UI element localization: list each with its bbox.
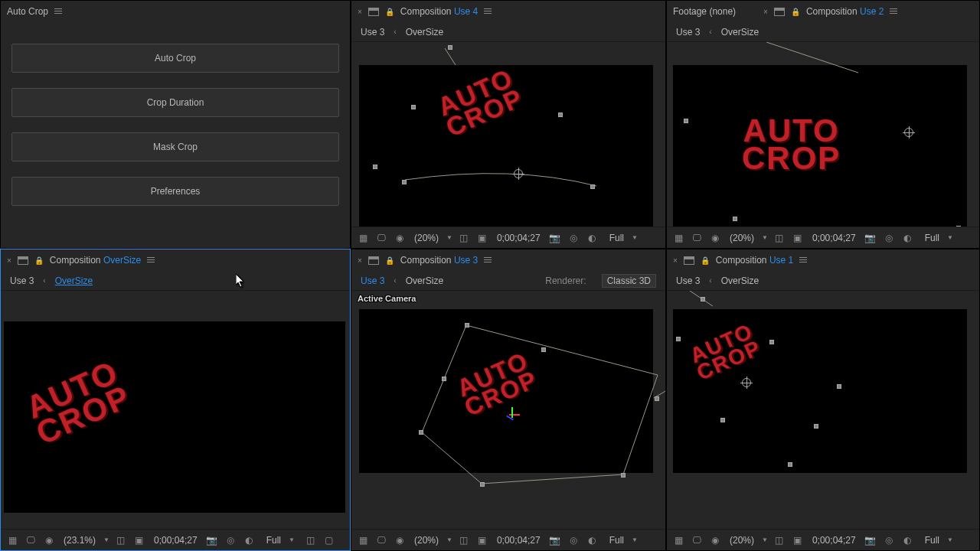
timecode[interactable]: 0;00;04;27 bbox=[809, 535, 859, 546]
crumb-use3[interactable]: Use 3 bbox=[361, 276, 384, 286]
region-icon[interactable]: ◫ bbox=[114, 533, 128, 547]
chevron-left-icon[interactable]: ‹ bbox=[394, 28, 396, 36]
chevron-down-icon[interactable]: ▼ bbox=[947, 536, 953, 543]
region-icon[interactable]: ◫ bbox=[457, 231, 471, 245]
preferences-button[interactable]: Preferences bbox=[11, 177, 339, 206]
region-icon[interactable]: ◫ bbox=[773, 231, 786, 245]
chevron-down-icon[interactable]: ▼ bbox=[103, 536, 109, 543]
close-icon[interactable]: × bbox=[358, 8, 362, 16]
viewport-use4[interactable]: AUTOCROP bbox=[351, 42, 665, 227]
channels-icon[interactable]: ◐ bbox=[900, 231, 914, 245]
zoom-value[interactable]: (20%) bbox=[411, 535, 442, 546]
channels-icon[interactable]: ◐ bbox=[585, 231, 599, 245]
crumb-use3[interactable]: Use 3 bbox=[361, 27, 384, 37]
renderer-value[interactable]: Classic 3D bbox=[602, 274, 656, 288]
timecode[interactable]: 0;00;04;27 bbox=[494, 233, 544, 243]
goggles-icon[interactable]: ◉ bbox=[393, 231, 407, 245]
auto-crop-button[interactable]: Auto Crop bbox=[11, 44, 339, 73]
footage-tab[interactable]: Footage (none) bbox=[673, 6, 736, 17]
grid-icon[interactable]: ▦ bbox=[671, 231, 685, 245]
close-icon[interactable]: × bbox=[763, 8, 768, 16]
camera-icon[interactable]: 📷 bbox=[864, 533, 877, 547]
zoom-value[interactable]: (20%) bbox=[727, 535, 757, 546]
timecode[interactable]: 0;00;04;27 bbox=[151, 535, 201, 546]
viewport-use1[interactable]: AUTOCROP bbox=[667, 291, 979, 529]
hamburger-icon[interactable] bbox=[484, 257, 492, 263]
chevron-down-icon[interactable]: ▼ bbox=[762, 234, 768, 241]
layout-icon[interactable]: ◫ bbox=[304, 533, 318, 547]
chevron-down-icon[interactable]: ▼ bbox=[947, 234, 953, 241]
lock-icon[interactable]: 🔒 bbox=[791, 8, 800, 16]
layout2-icon[interactable]: ▢ bbox=[322, 533, 336, 547]
grid-icon[interactable]: ▦ bbox=[356, 231, 370, 245]
grid-icon[interactable]: ▦ bbox=[5, 533, 19, 547]
timecode[interactable]: 0;00;04;27 bbox=[809, 233, 859, 243]
resolution[interactable]: Full bbox=[606, 233, 627, 243]
camera-icon[interactable]: 📷 bbox=[548, 231, 562, 245]
hamburger-icon[interactable] bbox=[890, 8, 897, 15]
zoom-value[interactable]: (20%) bbox=[727, 233, 757, 243]
lock-icon[interactable]: 🔒 bbox=[385, 8, 394, 16]
timecode[interactable]: 0;00;04;27 bbox=[494, 535, 544, 546]
zoom-value[interactable]: (20%) bbox=[411, 233, 442, 243]
resolution[interactable]: Full bbox=[263, 535, 284, 546]
crumb-use3[interactable]: Use 3 bbox=[676, 27, 700, 37]
goggles-icon[interactable]: ◉ bbox=[708, 231, 722, 245]
resolution[interactable]: Full bbox=[922, 233, 942, 243]
transparency-icon[interactable]: ▣ bbox=[791, 231, 805, 245]
axis-gizmo[interactable] bbox=[505, 407, 520, 422]
viewport-use3[interactable]: Active Camera AUTOCROP bbox=[351, 291, 665, 529]
crumb-oversize[interactable]: OverSize bbox=[55, 276, 93, 286]
snapshot-icon[interactable]: ◎ bbox=[224, 533, 237, 547]
snapshot-icon[interactable]: ◎ bbox=[882, 533, 896, 547]
region-icon[interactable]: ◫ bbox=[457, 533, 471, 547]
channels-icon[interactable]: ◐ bbox=[585, 533, 599, 547]
transparency-icon[interactable]: ▣ bbox=[132, 533, 146, 547]
close-icon[interactable]: × bbox=[7, 256, 11, 265]
transparency-icon[interactable]: ▣ bbox=[791, 533, 805, 547]
chevron-left-icon[interactable]: ‹ bbox=[709, 276, 711, 285]
monitor-icon[interactable]: 🖵 bbox=[374, 231, 388, 245]
crop-duration-button[interactable]: Crop Duration bbox=[11, 88, 339, 117]
transparency-icon[interactable]: ▣ bbox=[475, 231, 489, 245]
chevron-down-icon[interactable]: ▼ bbox=[762, 536, 768, 543]
camera-icon[interactable]: 📷 bbox=[864, 231, 877, 245]
chevron-down-icon[interactable]: ▼ bbox=[446, 234, 452, 241]
hamburger-icon[interactable] bbox=[54, 8, 62, 15]
lock-icon[interactable]: 🔒 bbox=[385, 256, 394, 265]
chevron-down-icon[interactable]: ▼ bbox=[632, 536, 638, 543]
monitor-icon[interactable]: 🖵 bbox=[690, 533, 704, 547]
goggles-icon[interactable]: ◉ bbox=[393, 533, 407, 547]
chevron-left-icon[interactable]: ‹ bbox=[709, 28, 711, 36]
grid-icon[interactable]: ▦ bbox=[356, 533, 370, 547]
hamburger-icon[interactable] bbox=[484, 8, 492, 15]
hamburger-icon[interactable] bbox=[799, 257, 807, 263]
crumb-oversize[interactable]: OverSize bbox=[721, 276, 759, 286]
monitor-icon[interactable]: 🖵 bbox=[690, 231, 704, 245]
lock-icon[interactable]: 🔒 bbox=[34, 256, 44, 265]
goggles-icon[interactable]: ◉ bbox=[42, 533, 56, 547]
lock-icon[interactable]: 🔒 bbox=[701, 256, 710, 265]
chevron-left-icon[interactable]: ‹ bbox=[394, 276, 396, 285]
crumb-oversize[interactable]: OverSize bbox=[406, 276, 443, 286]
chevron-down-icon[interactable]: ▼ bbox=[632, 234, 638, 241]
snapshot-icon[interactable]: ◎ bbox=[882, 231, 896, 245]
channels-icon[interactable]: ◐ bbox=[242, 533, 256, 547]
close-icon[interactable]: × bbox=[673, 256, 678, 265]
zoom-value[interactable]: (23.1%) bbox=[60, 535, 99, 546]
resolution[interactable]: Full bbox=[922, 535, 942, 546]
camera-icon[interactable]: 📷 bbox=[548, 533, 562, 547]
crumb-use3[interactable]: Use 3 bbox=[676, 276, 700, 286]
hamburger-icon[interactable] bbox=[147, 257, 155, 263]
goggles-icon[interactable]: ◉ bbox=[708, 533, 722, 547]
crumb-oversize[interactable]: OverSize bbox=[721, 27, 759, 37]
camera-icon[interactable]: 📷 bbox=[205, 533, 219, 547]
snapshot-icon[interactable]: ◎ bbox=[567, 231, 580, 245]
chevron-left-icon[interactable]: ‹ bbox=[43, 276, 45, 285]
chevron-down-icon[interactable]: ▼ bbox=[446, 536, 452, 543]
resolution[interactable]: Full bbox=[606, 535, 627, 546]
chevron-down-icon[interactable]: ▼ bbox=[289, 536, 295, 543]
monitor-icon[interactable]: 🖵 bbox=[24, 533, 38, 547]
snapshot-icon[interactable]: ◎ bbox=[567, 533, 580, 547]
channels-icon[interactable]: ◐ bbox=[900, 533, 914, 547]
